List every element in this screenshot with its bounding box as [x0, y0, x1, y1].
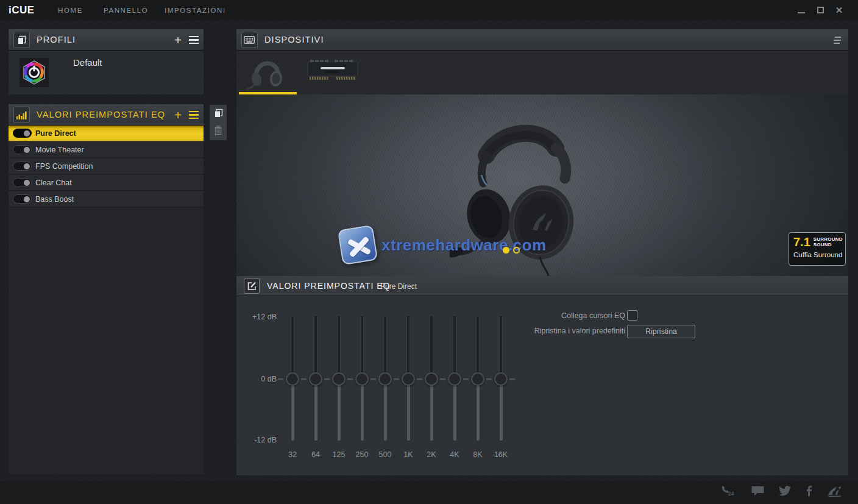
delete-preset-button[interactable]: [210, 122, 227, 139]
surround-badge: 7.1 SURROUND SOUND Cuffia Surround: [789, 232, 846, 266]
eq-slider-8k[interactable]: 8K: [470, 315, 485, 461]
eq-slider-knob[interactable]: [332, 372, 346, 386]
eq-zero-dash: [486, 378, 492, 380]
add-eq-preset-button[interactable]: +: [174, 109, 182, 121]
eq-preset-label: Movie Theater: [35, 146, 84, 154]
eq-scale-plus12: +12 dB: [240, 313, 277, 321]
duplicate-preset-button[interactable]: [210, 105, 227, 122]
link-eq-sliders-checkbox[interactable]: [627, 310, 637, 321]
eq-zero-dash: [417, 378, 422, 380]
duplicate-icon: [214, 108, 223, 118]
devices-title: DISPOSITIVI: [264, 29, 324, 51]
twitter-icon[interactable]: [779, 486, 791, 496]
reset-button[interactable]: Ripristina: [627, 325, 695, 338]
toggle-knob: [24, 130, 30, 137]
profile-name: Default: [73, 57, 102, 68]
eq-frequency-label: 1K: [396, 450, 420, 459]
eq-slider-4k[interactable]: 4K: [447, 315, 462, 461]
eq-slider-32[interactable]: 32: [285, 315, 300, 461]
icue-logo: iCUE: [9, 0, 35, 20]
eq-slider-2k[interactable]: 2K: [424, 315, 439, 461]
eq-preset-fps-competition[interactable]: FPS Competition: [9, 158, 204, 174]
profiles-icon-tile: [13, 32, 30, 48]
eq-zero-dash: [347, 378, 353, 380]
trash-icon: [214, 126, 222, 135]
add-profile-button[interactable]: +: [174, 34, 182, 46]
eq-presets-panel: VALORI PREIMPOSTATI EQ + Pure Direct Mov…: [9, 104, 204, 474]
eq-slider-knob[interactable]: [402, 372, 415, 386]
device-tabstrip: [236, 51, 848, 94]
corsair-icon[interactable]: [827, 486, 842, 497]
eq-frequency-label: 500: [373, 450, 397, 459]
profiles-header: PROFILI +: [9, 29, 204, 51]
eq-slider-knob[interactable]: [309, 372, 322, 386]
menu-home[interactable]: HOME: [58, 0, 83, 20]
pagination-dot-active[interactable]: [503, 247, 509, 254]
eq-zero-dash: [440, 378, 445, 380]
close-button[interactable]: ✕: [835, 6, 843, 15]
eq-slider-knob[interactable]: [494, 372, 508, 386]
eq-preset-movie-theater[interactable]: Movie Theater: [9, 142, 204, 158]
eq-presets-icon-tile: [13, 107, 30, 123]
eq-preset-clear-chat[interactable]: Clear Chat: [9, 175, 204, 191]
eq-preset-toggle[interactable]: [13, 161, 32, 171]
link-eq-sliders-label: Collega cursori EQ: [498, 311, 625, 320]
eq-preset-label: Clear Chat: [35, 179, 72, 187]
eq-presets-title: VALORI PREIMPOSTATI EQ: [37, 104, 165, 126]
icue-window: iCUE HOME PANNELLO IMPOSTAZIONI ✕ PROFIL…: [0, 0, 858, 504]
eq-slider-knob[interactable]: [355, 372, 369, 386]
eq-zero-dash: [394, 378, 399, 380]
eq-slider-500[interactable]: 500: [378, 315, 392, 461]
eq-zero-dash: [301, 378, 307, 380]
svg-text:24: 24: [728, 491, 734, 497]
minimize-button[interactable]: [797, 6, 806, 15]
eq-edit-icon-tile[interactable]: [244, 278, 260, 294]
device-tab-ram[interactable]: [302, 51, 360, 94]
eq-slider-knob[interactable]: [286, 372, 299, 386]
maximize-button[interactable]: [816, 6, 824, 15]
eq-slider-knob[interactable]: [448, 372, 461, 386]
device-tab-headset[interactable]: [238, 51, 296, 94]
eq-preset-toggle[interactable]: [13, 178, 32, 187]
window-controls: ✕: [797, 0, 843, 20]
pagination-dot-inactive[interactable]: [513, 247, 520, 254]
eq-editor-subtitle: Pure Direct: [380, 276, 417, 296]
devices-options-button[interactable]: [834, 37, 841, 44]
eq-frequency-label: 64: [303, 450, 328, 459]
device-stage: xtremehardware.com 7.1 SURROUND SOUND Cu…: [236, 94, 848, 276]
eq-slider-knob[interactable]: [471, 372, 484, 386]
xtremehardware-logo-icon: [338, 225, 378, 265]
reset-defaults-label: Ripristina i valori predefiniti: [480, 327, 625, 335]
eq-slider-250[interactable]: 250: [355, 315, 369, 461]
profiles-menu-button[interactable]: [189, 36, 199, 44]
eq-zero-dash: [509, 378, 515, 380]
eq-preset-toggle[interactable]: [13, 145, 32, 154]
facebook-icon[interactable]: [806, 486, 812, 496]
support-24-icon[interactable]: 24: [720, 485, 737, 497]
eq-preset-toggle[interactable]: [13, 129, 32, 138]
profiles-title: PROFILI: [37, 29, 76, 51]
eq-slider-knob[interactable]: [378, 372, 392, 386]
eq-preset-toggle[interactable]: [13, 194, 32, 204]
ram-thumbnail-icon: [307, 58, 358, 83]
eq-scale-zero: 0 dB: [240, 375, 277, 383]
eq-frequency-label: 250: [350, 450, 374, 459]
toggle-knob: [24, 163, 30, 169]
eq-preset-pure-direct[interactable]: Pure Direct: [9, 126, 204, 141]
eq-frequency-label: 32: [280, 450, 305, 459]
eq-zero-dash: [324, 378, 330, 380]
eq-slider-1k[interactable]: 1K: [401, 315, 416, 461]
menu-pannello[interactable]: PANNELLO: [104, 0, 148, 20]
eq-preset-bass-boost[interactable]: Bass Boost: [9, 191, 204, 207]
close-icon: ✕: [835, 6, 843, 15]
eq-slider-125[interactable]: 125: [332, 315, 346, 461]
eq-slider-64[interactable]: 64: [308, 315, 323, 461]
eq-slider-knob[interactable]: [425, 372, 438, 386]
eq-editor-title: VALORI PREIMPOSTATI EQ: [267, 276, 390, 296]
chat-icon[interactable]: [751, 486, 764, 496]
profile-item-default[interactable]: Default: [9, 51, 204, 94]
devices-icon-tile: [241, 32, 258, 48]
eq-presets-menu-button[interactable]: [189, 111, 199, 119]
eq-slider-16k[interactable]: 16K: [494, 315, 508, 461]
menu-impostazioni[interactable]: IMPOSTAZIONI: [165, 0, 226, 20]
